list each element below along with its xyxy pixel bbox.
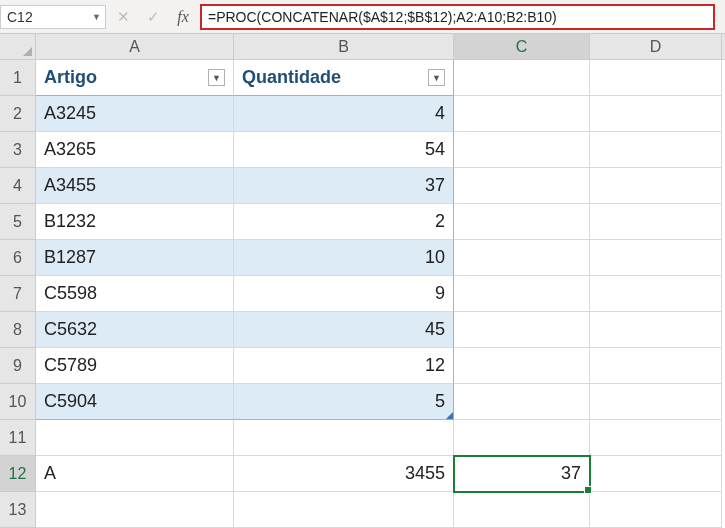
- cell[interactable]: [454, 312, 590, 348]
- column-header-a[interactable]: A: [36, 34, 234, 59]
- cell[interactable]: 3455: [234, 456, 454, 492]
- cell[interactable]: [454, 384, 590, 420]
- name-box-value: C12: [7, 9, 33, 25]
- row-1: 1 Artigo ▼ Quantidade ▼: [0, 60, 725, 96]
- cell[interactable]: 45: [234, 312, 454, 348]
- cell[interactable]: 12: [234, 348, 454, 384]
- cell[interactable]: [590, 384, 722, 420]
- cell[interactable]: [590, 420, 722, 456]
- row-4: 4 A3455 37: [0, 168, 725, 204]
- cell[interactable]: [454, 492, 590, 528]
- row-header[interactable]: 2: [0, 96, 36, 132]
- cell[interactable]: C5904: [36, 384, 234, 420]
- cell[interactable]: [454, 60, 590, 96]
- cell[interactable]: [454, 204, 590, 240]
- row-9: 9 C5789 12: [0, 348, 725, 384]
- row-header[interactable]: 5: [0, 204, 36, 240]
- header-artigo[interactable]: Artigo ▼: [36, 60, 234, 96]
- cell[interactable]: [234, 420, 454, 456]
- select-all-corner[interactable]: [0, 34, 36, 59]
- header-label: Artigo: [44, 67, 97, 88]
- row-11: 11: [0, 420, 725, 456]
- cell[interactable]: C5598: [36, 276, 234, 312]
- cell[interactable]: 5: [234, 384, 454, 420]
- formula-input[interactable]: =PROC(CONCATENAR($A$12;$B$12);A2:A10;B2:…: [200, 4, 715, 30]
- row-2: 2 A3245 4: [0, 96, 725, 132]
- cell[interactable]: [590, 456, 722, 492]
- cell[interactable]: [454, 132, 590, 168]
- filter-dropdown-icon[interactable]: ▼: [428, 69, 445, 86]
- cell[interactable]: [590, 312, 722, 348]
- cell[interactable]: [234, 492, 454, 528]
- accept-icon: ✓: [140, 5, 166, 29]
- cell[interactable]: A3455: [36, 168, 234, 204]
- spreadsheet-grid: A B C D 1 Artigo ▼ Quantidade ▼ 2 A3245 …: [0, 34, 725, 528]
- cell[interactable]: 2: [234, 204, 454, 240]
- cell[interactable]: A3245: [36, 96, 234, 132]
- row-6: 6 B1287 10: [0, 240, 725, 276]
- cancel-icon: ✕: [110, 5, 136, 29]
- cell[interactable]: [590, 492, 722, 528]
- cell[interactable]: [36, 420, 234, 456]
- cell[interactable]: 10: [234, 240, 454, 276]
- cell[interactable]: C5632: [36, 312, 234, 348]
- cell[interactable]: [454, 420, 590, 456]
- header-quantidade[interactable]: Quantidade ▼: [234, 60, 454, 96]
- cell[interactable]: [454, 96, 590, 132]
- cell[interactable]: C5789: [36, 348, 234, 384]
- row-header[interactable]: 12: [0, 456, 36, 492]
- row-5: 5 B1232 2: [0, 204, 725, 240]
- cell[interactable]: [590, 168, 722, 204]
- row-13: 13: [0, 492, 725, 528]
- row-header[interactable]: 7: [0, 276, 36, 312]
- row-8: 8 C5632 45: [0, 312, 725, 348]
- cell[interactable]: B1232: [36, 204, 234, 240]
- formula-bar: C12 ▼ ✕ ✓ fx =PROC(CONCATENAR($A$12;$B$1…: [0, 0, 725, 34]
- cell[interactable]: 9: [234, 276, 454, 312]
- row-header[interactable]: 11: [0, 420, 36, 456]
- cell[interactable]: [36, 492, 234, 528]
- column-headers: A B C D: [0, 34, 725, 60]
- cell[interactable]: [590, 276, 722, 312]
- cell[interactable]: [454, 240, 590, 276]
- cell[interactable]: [590, 96, 722, 132]
- row-header[interactable]: 10: [0, 384, 36, 420]
- cell[interactable]: [454, 348, 590, 384]
- cell[interactable]: A: [36, 456, 234, 492]
- row-header[interactable]: 1: [0, 60, 36, 96]
- cell[interactable]: [590, 204, 722, 240]
- cell[interactable]: 54: [234, 132, 454, 168]
- row-header[interactable]: 6: [0, 240, 36, 276]
- formula-text: =PROC(CONCATENAR($A$12;$B$12);A2:A10;B2:…: [208, 9, 557, 25]
- cell[interactable]: [454, 168, 590, 204]
- fx-icon[interactable]: fx: [170, 5, 196, 29]
- row-3: 3 A3265 54: [0, 132, 725, 168]
- active-cell[interactable]: 37: [454, 456, 590, 492]
- cell[interactable]: B1287: [36, 240, 234, 276]
- cell[interactable]: [590, 348, 722, 384]
- row-header[interactable]: 8: [0, 312, 36, 348]
- row-header[interactable]: 9: [0, 348, 36, 384]
- row-header[interactable]: 3: [0, 132, 36, 168]
- cell[interactable]: 4: [234, 96, 454, 132]
- row-12: 12 A 3455 37: [0, 456, 725, 492]
- name-box[interactable]: C12 ▼: [0, 5, 106, 29]
- cell[interactable]: [590, 240, 722, 276]
- cell[interactable]: [454, 276, 590, 312]
- row-7: 7 C5598 9: [0, 276, 725, 312]
- cell[interactable]: A3265: [36, 132, 234, 168]
- filter-dropdown-icon[interactable]: ▼: [208, 69, 225, 86]
- cell[interactable]: [590, 132, 722, 168]
- column-header-b[interactable]: B: [234, 34, 454, 59]
- row-10: 10 C5904 5: [0, 384, 725, 420]
- column-header-c[interactable]: C: [454, 34, 590, 59]
- chevron-down-icon[interactable]: ▼: [92, 12, 101, 22]
- cell[interactable]: 37: [234, 168, 454, 204]
- header-label: Quantidade: [242, 67, 341, 88]
- column-header-d[interactable]: D: [590, 34, 722, 59]
- row-header[interactable]: 4: [0, 168, 36, 204]
- cell[interactable]: [590, 60, 722, 96]
- row-header[interactable]: 13: [0, 492, 36, 528]
